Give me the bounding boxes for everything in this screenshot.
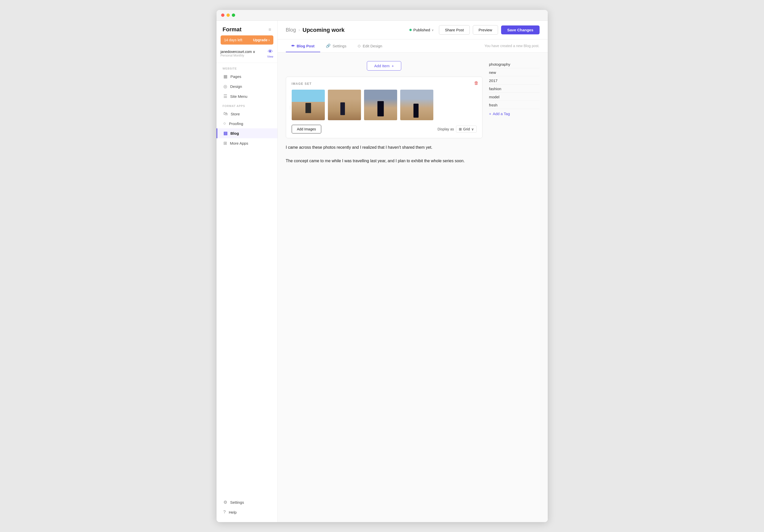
add-images-button[interactable]: Add Images xyxy=(292,125,321,133)
add-item-button[interactable]: Add Item + xyxy=(367,61,401,71)
image-set-label: IMAGE SET xyxy=(292,82,477,86)
tag-photography[interactable]: photography xyxy=(488,61,540,68)
image-set-grid xyxy=(292,89,477,120)
grid-display-button[interactable]: ⊞ Grid ∨ xyxy=(456,125,477,133)
pages-icon: ▦ xyxy=(223,74,228,79)
apps-section-label: FORMAT APPS xyxy=(217,101,278,109)
breadcrumb: Blog › Upcoming work xyxy=(286,27,345,33)
blog-paragraph-1[interactable]: I came across these photos recently and … xyxy=(286,143,482,152)
sidebar-item-site-menu[interactable]: ☰ Site Menu xyxy=(217,91,278,101)
tab-settings[interactable]: 🔗 Settings xyxy=(320,40,352,52)
upgrade-button[interactable]: Upgrade › xyxy=(253,38,270,42)
sidebar-item-proofing-label: Proofing xyxy=(229,121,243,126)
help-icon: ? xyxy=(223,510,226,515)
sidebar-item-more-apps[interactable]: ⊞ More Apps xyxy=(217,138,278,148)
titlebar-dot-yellow xyxy=(227,14,230,17)
store-icon: 🛍 xyxy=(223,111,228,116)
tabs-bar: ✏ Blog Post 🔗 Settings ◇ Edit Design You… xyxy=(278,40,548,53)
image-thumb-4[interactable] xyxy=(400,89,433,120)
grid-label: Grid xyxy=(463,127,470,131)
share-post-button[interactable]: Share Post xyxy=(439,25,470,35)
tabs: ✏ Blog Post 🔗 Settings ◇ Edit Design xyxy=(286,40,388,52)
site-chevron-icon: ∨ xyxy=(253,50,255,54)
sidebar-item-more-apps-label: More Apps xyxy=(230,141,248,145)
published-label: Published xyxy=(413,28,430,32)
grid-chevron-icon: ∨ xyxy=(471,127,474,131)
topbar: Blog › Upcoming work Published ∨ Share P… xyxy=(278,21,548,40)
main-content: Blog › Upcoming work Published ∨ Share P… xyxy=(278,21,548,522)
page-title: Upcoming work xyxy=(303,27,345,33)
content-area: Add Item + ⋮⋮ 🗑 IMAGE SET xyxy=(278,53,548,522)
more-apps-icon: ⊞ xyxy=(223,141,227,146)
tag-fresh[interactable]: fresh xyxy=(488,101,540,109)
tab-settings-label: Settings xyxy=(333,44,346,48)
tag-model[interactable]: model xyxy=(488,93,540,101)
view-button[interactable]: 👁 View xyxy=(267,49,273,58)
editor-area: Add Item + ⋮⋮ 🗑 IMAGE SET xyxy=(286,60,482,515)
site-details: janedovercourt.com ∨ Personal Monthly xyxy=(221,50,256,57)
settings-icon: ⚙ xyxy=(223,500,227,505)
tab-blog-post[interactable]: ✏ Blog Post xyxy=(286,40,320,52)
sidebar: Format ≡ 14 days left Upgrade › janedove… xyxy=(217,21,278,522)
sidebar-item-help[interactable]: ? Help xyxy=(217,507,278,517)
tag-2017[interactable]: 2017 xyxy=(488,77,540,85)
sidebar-item-settings-label: Settings xyxy=(230,500,244,504)
upgrade-banner[interactable]: 14 days left Upgrade › xyxy=(221,35,273,45)
site-name[interactable]: janedovercourt.com ∨ xyxy=(221,50,256,54)
sidebar-item-pages-label: Pages xyxy=(231,75,242,79)
add-tag-plus-icon: + xyxy=(489,111,491,116)
titlebar xyxy=(217,10,548,21)
sidebar-item-settings[interactable]: ⚙ Settings xyxy=(217,497,278,507)
sidebar-header: Format ≡ xyxy=(217,21,278,35)
tab-hint: You have created a new Blog post. xyxy=(484,44,540,48)
add-tag-button[interactable]: + Add a Tag xyxy=(488,109,540,118)
add-item-label: Add Item xyxy=(374,64,390,68)
site-menu-icon: ☰ xyxy=(223,94,227,99)
published-dot xyxy=(409,29,412,31)
sidebar-item-proofing[interactable]: ○ Proofing xyxy=(217,119,278,128)
app-logo: Format xyxy=(223,26,242,33)
add-tag-label: Add a Tag xyxy=(493,111,510,116)
sidebar-item-design[interactable]: ◎ Design xyxy=(217,82,278,91)
blog-paragraph-2[interactable]: The concept came to me while I was trave… xyxy=(286,156,482,165)
published-badge[interactable]: Published ∨ xyxy=(407,27,436,33)
blog-post-tab-icon: ✏ xyxy=(291,44,295,48)
tab-blog-post-label: Blog Post xyxy=(297,44,315,48)
sidebar-divider-1 xyxy=(217,63,278,63)
sidebar-item-store[interactable]: 🛍 Store xyxy=(217,109,278,119)
breadcrumb-arrow: › xyxy=(298,27,300,33)
titlebar-dot-green xyxy=(232,14,235,17)
upgrade-days-label: 14 days left xyxy=(224,38,243,42)
settings-tab-icon: 🔗 xyxy=(326,44,331,48)
site-info: janedovercourt.com ∨ Personal Monthly 👁 … xyxy=(217,49,278,62)
save-changes-button[interactable]: Save Changes xyxy=(501,26,540,34)
view-label: View xyxy=(267,55,273,58)
delete-image-set-button[interactable]: 🗑 xyxy=(474,81,479,86)
tab-edit-design-label: Edit Design xyxy=(363,44,382,48)
edit-design-tab-icon: ◇ xyxy=(358,44,361,48)
menu-icon[interactable]: ≡ xyxy=(269,27,271,32)
sidebar-bottom: ⚙ Settings ? Help xyxy=(217,495,278,517)
preview-button[interactable]: Preview xyxy=(473,25,498,35)
website-section-label: WEBSITE xyxy=(217,64,278,72)
image-thumb-3[interactable] xyxy=(364,89,397,120)
image-set-card: ⋮⋮ 🗑 IMAGE SET Add Images Displ xyxy=(286,77,482,138)
image-thumb-1[interactable] xyxy=(292,89,325,120)
breadcrumb-blog: Blog xyxy=(286,27,296,33)
tag-fashion[interactable]: fashion xyxy=(488,85,540,93)
app-body: Format ≡ 14 days left Upgrade › janedove… xyxy=(217,21,548,522)
tab-edit-design[interactable]: ◇ Edit Design xyxy=(352,40,388,52)
blog-icon: ▤ xyxy=(223,131,228,136)
tag-new[interactable]: new xyxy=(488,69,540,77)
proofing-icon: ○ xyxy=(223,121,226,126)
sidebar-item-blog-label: Blog xyxy=(231,131,239,135)
tags-panel: photography new 2017 fashion model fresh… xyxy=(488,60,540,515)
grid-icon: ⊞ xyxy=(459,127,462,131)
sidebar-item-pages[interactable]: ▦ Pages xyxy=(217,72,278,82)
sidebar-item-blog[interactable]: ▤ Blog xyxy=(217,128,278,138)
published-chevron-icon: ∨ xyxy=(432,28,434,32)
display-as-label: Display as xyxy=(438,127,454,131)
display-as-control: Display as ⊞ Grid ∨ xyxy=(438,125,477,133)
image-thumb-2[interactable] xyxy=(328,89,361,120)
add-item-plus-icon: + xyxy=(392,64,394,68)
